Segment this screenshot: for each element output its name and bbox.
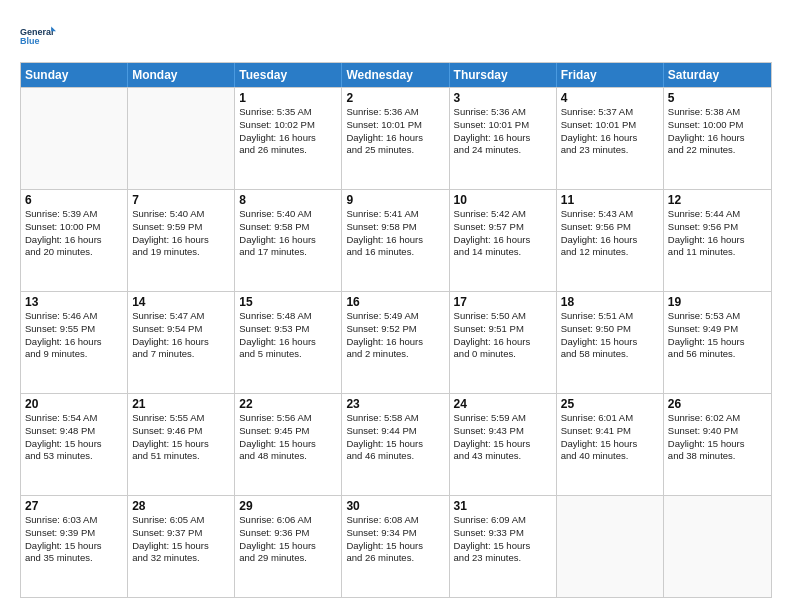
- day-number: 2: [346, 91, 444, 105]
- day-info: Sunrise: 5:40 AM Sunset: 9:59 PM Dayligh…: [132, 208, 230, 259]
- day-info: Sunrise: 5:49 AM Sunset: 9:52 PM Dayligh…: [346, 310, 444, 361]
- day-cell-1: 1Sunrise: 5:35 AM Sunset: 10:02 PM Dayli…: [235, 88, 342, 189]
- day-cell-13: 13Sunrise: 5:46 AM Sunset: 9:55 PM Dayli…: [21, 292, 128, 393]
- day-info: Sunrise: 6:03 AM Sunset: 9:39 PM Dayligh…: [25, 514, 123, 565]
- day-number: 17: [454, 295, 552, 309]
- day-info: Sunrise: 6:01 AM Sunset: 9:41 PM Dayligh…: [561, 412, 659, 463]
- header-cell-monday: Monday: [128, 63, 235, 87]
- day-number: 24: [454, 397, 552, 411]
- day-info: Sunrise: 5:47 AM Sunset: 9:54 PM Dayligh…: [132, 310, 230, 361]
- day-cell-25: 25Sunrise: 6:01 AM Sunset: 9:41 PM Dayli…: [557, 394, 664, 495]
- logo-svg: General Blue: [20, 18, 56, 54]
- day-cell-20: 20Sunrise: 5:54 AM Sunset: 9:48 PM Dayli…: [21, 394, 128, 495]
- day-cell-9: 9Sunrise: 5:41 AM Sunset: 9:58 PM Daylig…: [342, 190, 449, 291]
- calendar-week-2: 13Sunrise: 5:46 AM Sunset: 9:55 PM Dayli…: [21, 291, 771, 393]
- day-cell-17: 17Sunrise: 5:50 AM Sunset: 9:51 PM Dayli…: [450, 292, 557, 393]
- day-cell-24: 24Sunrise: 5:59 AM Sunset: 9:43 PM Dayli…: [450, 394, 557, 495]
- day-info: Sunrise: 6:02 AM Sunset: 9:40 PM Dayligh…: [668, 412, 767, 463]
- day-info: Sunrise: 5:43 AM Sunset: 9:56 PM Dayligh…: [561, 208, 659, 259]
- day-info: Sunrise: 5:39 AM Sunset: 10:00 PM Daylig…: [25, 208, 123, 259]
- day-number: 27: [25, 499, 123, 513]
- day-info: Sunrise: 5:36 AM Sunset: 10:01 PM Daylig…: [454, 106, 552, 157]
- day-number: 25: [561, 397, 659, 411]
- day-number: 20: [25, 397, 123, 411]
- day-cell-10: 10Sunrise: 5:42 AM Sunset: 9:57 PM Dayli…: [450, 190, 557, 291]
- day-cell-4: 4Sunrise: 5:37 AM Sunset: 10:01 PM Dayli…: [557, 88, 664, 189]
- day-info: Sunrise: 5:53 AM Sunset: 9:49 PM Dayligh…: [668, 310, 767, 361]
- day-number: 22: [239, 397, 337, 411]
- day-info: Sunrise: 5:55 AM Sunset: 9:46 PM Dayligh…: [132, 412, 230, 463]
- day-info: Sunrise: 5:40 AM Sunset: 9:58 PM Dayligh…: [239, 208, 337, 259]
- day-cell-12: 12Sunrise: 5:44 AM Sunset: 9:56 PM Dayli…: [664, 190, 771, 291]
- day-number: 23: [346, 397, 444, 411]
- day-info: Sunrise: 5:37 AM Sunset: 10:01 PM Daylig…: [561, 106, 659, 157]
- calendar-header-row: SundayMondayTuesdayWednesdayThursdayFrid…: [21, 63, 771, 87]
- day-cell-14: 14Sunrise: 5:47 AM Sunset: 9:54 PM Dayli…: [128, 292, 235, 393]
- day-number: 30: [346, 499, 444, 513]
- day-info: Sunrise: 6:08 AM Sunset: 9:34 PM Dayligh…: [346, 514, 444, 565]
- svg-text:Blue: Blue: [20, 36, 40, 46]
- header-cell-friday: Friday: [557, 63, 664, 87]
- empty-cell: [664, 496, 771, 597]
- day-number: 26: [668, 397, 767, 411]
- header-cell-thursday: Thursday: [450, 63, 557, 87]
- empty-cell: [557, 496, 664, 597]
- day-number: 19: [668, 295, 767, 309]
- day-cell-23: 23Sunrise: 5:58 AM Sunset: 9:44 PM Dayli…: [342, 394, 449, 495]
- day-cell-5: 5Sunrise: 5:38 AM Sunset: 10:00 PM Dayli…: [664, 88, 771, 189]
- day-number: 14: [132, 295, 230, 309]
- day-info: Sunrise: 5:42 AM Sunset: 9:57 PM Dayligh…: [454, 208, 552, 259]
- day-cell-15: 15Sunrise: 5:48 AM Sunset: 9:53 PM Dayli…: [235, 292, 342, 393]
- day-cell-22: 22Sunrise: 5:56 AM Sunset: 9:45 PM Dayli…: [235, 394, 342, 495]
- day-cell-3: 3Sunrise: 5:36 AM Sunset: 10:01 PM Dayli…: [450, 88, 557, 189]
- day-cell-19: 19Sunrise: 5:53 AM Sunset: 9:49 PM Dayli…: [664, 292, 771, 393]
- calendar-week-0: 1Sunrise: 5:35 AM Sunset: 10:02 PM Dayli…: [21, 87, 771, 189]
- day-number: 9: [346, 193, 444, 207]
- day-info: Sunrise: 5:41 AM Sunset: 9:58 PM Dayligh…: [346, 208, 444, 259]
- calendar-week-3: 20Sunrise: 5:54 AM Sunset: 9:48 PM Dayli…: [21, 393, 771, 495]
- svg-text:General: General: [20, 27, 54, 37]
- day-number: 21: [132, 397, 230, 411]
- day-cell-21: 21Sunrise: 5:55 AM Sunset: 9:46 PM Dayli…: [128, 394, 235, 495]
- day-info: Sunrise: 6:09 AM Sunset: 9:33 PM Dayligh…: [454, 514, 552, 565]
- day-number: 11: [561, 193, 659, 207]
- logo: General Blue: [20, 18, 56, 54]
- day-number: 5: [668, 91, 767, 105]
- day-info: Sunrise: 6:06 AM Sunset: 9:36 PM Dayligh…: [239, 514, 337, 565]
- day-info: Sunrise: 5:54 AM Sunset: 9:48 PM Dayligh…: [25, 412, 123, 463]
- day-number: 15: [239, 295, 337, 309]
- header-cell-tuesday: Tuesday: [235, 63, 342, 87]
- day-info: Sunrise: 5:58 AM Sunset: 9:44 PM Dayligh…: [346, 412, 444, 463]
- day-number: 16: [346, 295, 444, 309]
- day-info: Sunrise: 6:05 AM Sunset: 9:37 PM Dayligh…: [132, 514, 230, 565]
- day-info: Sunrise: 5:38 AM Sunset: 10:00 PM Daylig…: [668, 106, 767, 157]
- day-info: Sunrise: 5:44 AM Sunset: 9:56 PM Dayligh…: [668, 208, 767, 259]
- day-number: 31: [454, 499, 552, 513]
- day-info: Sunrise: 5:46 AM Sunset: 9:55 PM Dayligh…: [25, 310, 123, 361]
- day-number: 28: [132, 499, 230, 513]
- day-cell-27: 27Sunrise: 6:03 AM Sunset: 9:39 PM Dayli…: [21, 496, 128, 597]
- day-info: Sunrise: 5:36 AM Sunset: 10:01 PM Daylig…: [346, 106, 444, 157]
- day-number: 10: [454, 193, 552, 207]
- day-cell-11: 11Sunrise: 5:43 AM Sunset: 9:56 PM Dayli…: [557, 190, 664, 291]
- calendar-week-1: 6Sunrise: 5:39 AM Sunset: 10:00 PM Dayli…: [21, 189, 771, 291]
- day-info: Sunrise: 5:51 AM Sunset: 9:50 PM Dayligh…: [561, 310, 659, 361]
- day-info: Sunrise: 5:50 AM Sunset: 9:51 PM Dayligh…: [454, 310, 552, 361]
- day-cell-16: 16Sunrise: 5:49 AM Sunset: 9:52 PM Dayli…: [342, 292, 449, 393]
- day-number: 12: [668, 193, 767, 207]
- day-cell-31: 31Sunrise: 6:09 AM Sunset: 9:33 PM Dayli…: [450, 496, 557, 597]
- day-info: Sunrise: 5:35 AM Sunset: 10:02 PM Daylig…: [239, 106, 337, 157]
- header-cell-sunday: Sunday: [21, 63, 128, 87]
- day-number: 7: [132, 193, 230, 207]
- day-cell-7: 7Sunrise: 5:40 AM Sunset: 9:59 PM Daylig…: [128, 190, 235, 291]
- header-cell-saturday: Saturday: [664, 63, 771, 87]
- day-number: 4: [561, 91, 659, 105]
- day-cell-28: 28Sunrise: 6:05 AM Sunset: 9:37 PM Dayli…: [128, 496, 235, 597]
- day-cell-6: 6Sunrise: 5:39 AM Sunset: 10:00 PM Dayli…: [21, 190, 128, 291]
- day-cell-30: 30Sunrise: 6:08 AM Sunset: 9:34 PM Dayli…: [342, 496, 449, 597]
- day-cell-18: 18Sunrise: 5:51 AM Sunset: 9:50 PM Dayli…: [557, 292, 664, 393]
- day-number: 13: [25, 295, 123, 309]
- day-cell-26: 26Sunrise: 6:02 AM Sunset: 9:40 PM Dayli…: [664, 394, 771, 495]
- day-number: 18: [561, 295, 659, 309]
- calendar-week-4: 27Sunrise: 6:03 AM Sunset: 9:39 PM Dayli…: [21, 495, 771, 597]
